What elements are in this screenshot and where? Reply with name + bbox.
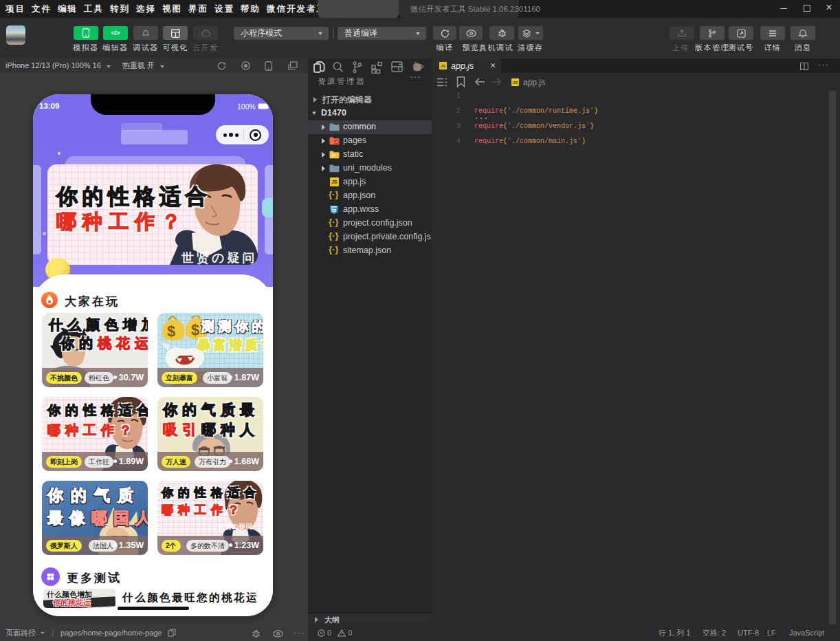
svg-text:$: $ xyxy=(167,323,175,340)
